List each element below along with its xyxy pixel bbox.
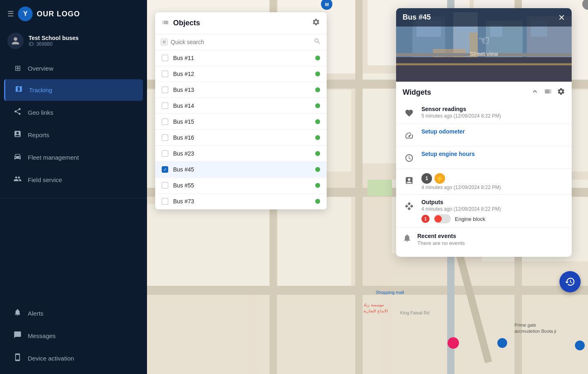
object-status-dot (315, 103, 320, 108)
object-checkbox[interactable] (162, 182, 168, 189)
history-fab-button[interactable] (559, 271, 581, 292)
widgets-settings-icon[interactable] (557, 87, 565, 98)
svg-text:King Faisal Rd: King Faisal Rd (400, 310, 430, 315)
bus-panel-header: Bus #45 ✕ (396, 8, 572, 27)
object-checkbox[interactable] (162, 118, 168, 125)
sidebar-item-fleet-management[interactable]: Fleet management (4, 147, 143, 168)
tracking-icon (14, 85, 23, 95)
svg-rect-26 (368, 180, 392, 196)
toggle-badge: 1 (421, 215, 430, 223)
object-checkbox[interactable] (162, 87, 168, 93)
hamburger-icon[interactable]: ☰ (7, 9, 14, 18)
objects-list-icon[interactable] (162, 19, 169, 28)
widgets-header: Widgets (396, 87, 572, 102)
object-status-dot (315, 56, 320, 60)
reports-icon (13, 130, 22, 140)
object-list-item[interactable]: Bus #14 (155, 98, 327, 114)
object-list-item[interactable]: Bus #45 (155, 162, 327, 178)
object-status-dot (315, 183, 320, 188)
sidebar-bottom: Alerts Messages Device activation (0, 302, 147, 374)
svg-rect-14 (147, 294, 249, 374)
object-checkbox[interactable] (162, 150, 168, 157)
engine-block-label: Engine block (455, 216, 485, 222)
engine-hours-icon (403, 151, 416, 165)
object-list-item[interactable]: Bus #12 (155, 66, 327, 82)
sidebar-item-field-service[interactable]: Field service (4, 169, 143, 191)
objects-gear-icon[interactable] (312, 18, 320, 28)
bus-panel-body: Widgets (396, 82, 572, 257)
sidebar-item-tracking[interactable]: Tracking (4, 79, 143, 101)
badges-widget-icon (403, 174, 416, 187)
svg-text:Shopping mall: Shopping mall (376, 290, 404, 295)
recent-events-section: Recent events There are no events (396, 228, 572, 251)
messages-label: Messages (28, 332, 56, 339)
sensor-icon (403, 107, 416, 120)
object-checkbox[interactable] (162, 198, 168, 205)
badge-number: 1 (421, 173, 432, 184)
badges-time: 4 minutes ago (12/09/2024 8:22 PM) (421, 185, 565, 190)
outputs-time: 4 minutes ago (12/09/2024 8:22 PM) (421, 206, 565, 212)
object-name: Bus #12 (173, 71, 310, 77)
overview-icon: ⊞ (13, 64, 22, 73)
svg-point-37 (448, 337, 459, 349)
object-list-item[interactable]: Bus #15 (155, 114, 327, 130)
widgets-collapse-icon[interactable] (531, 87, 539, 98)
recent-events-icon (403, 234, 412, 245)
search-input[interactable] (171, 39, 310, 45)
svg-text:accmudetion Boota ji: accmudetion Boota ji (514, 329, 556, 334)
recent-events-content: Recent events There are no events (417, 233, 465, 246)
object-name: Bus #15 (173, 118, 310, 125)
object-checkbox[interactable] (162, 55, 168, 61)
outputs-icon (403, 200, 416, 213)
alerts-label: Alerts (28, 310, 43, 317)
object-list-item[interactable]: Bus #16 (155, 130, 327, 146)
object-checkbox[interactable] (162, 134, 168, 141)
objects-title-row: Objects (162, 19, 200, 28)
object-list-item[interactable]: Bus #73 (155, 194, 327, 209)
sidebar-item-overview[interactable]: ⊞ Overview (4, 58, 143, 78)
objects-panel: Objects Bus #11 Bus #12 (155, 12, 327, 209)
search-icon[interactable] (314, 38, 321, 47)
fleet-icon (13, 152, 22, 163)
object-list-item[interactable]: Bus #55 (155, 178, 327, 194)
setup-engine-hours-widget: Setup engine hours (396, 147, 572, 169)
street-view-overlay: ☜ Street view (470, 33, 498, 57)
object-status-dot (315, 151, 320, 156)
object-status-dot (315, 167, 320, 172)
search-all-checkbox[interactable] (161, 39, 167, 45)
setup-odometer-link[interactable]: Setup odometer (421, 128, 565, 135)
object-checkbox[interactable] (162, 102, 168, 109)
object-list-item[interactable]: Bus #13 (155, 82, 327, 98)
object-status-dot (315, 71, 320, 76)
object-list-item[interactable]: Bus #23 (155, 146, 327, 162)
sidebar-item-geo-links[interactable]: Geo links (4, 102, 143, 123)
object-checkbox[interactable] (162, 166, 168, 173)
outputs-widget: Outputs 4 minutes ago (12/09/2024 8:22 P… (396, 195, 572, 228)
svg-rect-11 (278, 196, 351, 286)
object-status-dot (315, 199, 320, 204)
map-area[interactable]: King Faisal Rd موسسة زياد الابداع التجار… (147, 0, 588, 374)
sidebar-item-messages[interactable]: Messages (4, 325, 143, 347)
sidebar-item-reports[interactable]: Reports (4, 124, 143, 146)
sidebar-item-label: Overview (28, 65, 53, 72)
sensor-readings-content: Sensor readings 5 minutes ago (12/09/202… (421, 106, 565, 119)
output-toggle-row: 1 Engine block (421, 214, 565, 223)
objects-title: Objects (173, 19, 200, 27)
badges-content: 1 ⚡ 4 minutes ago (12/09/2024 8:22 PM) (421, 173, 565, 190)
setup-engine-hours-content: Setup engine hours (421, 151, 565, 158)
sidebar-item-alerts[interactable]: Alerts (4, 303, 143, 324)
bus-street-view: Bus #45 ✕ ☜ Street view (396, 8, 572, 82)
setup-engine-hours-link[interactable]: Setup engine hours (421, 151, 565, 157)
object-checkbox[interactable] (162, 71, 168, 77)
widgets-list-icon[interactable] (544, 87, 552, 98)
sidebar-item-device-activation[interactable]: Device activation (4, 347, 143, 369)
reports-label: Reports (28, 131, 49, 138)
object-list-item[interactable]: Bus #11 (155, 50, 327, 66)
close-button[interactable]: ✕ (558, 13, 565, 22)
tracking-label: Tracking (29, 87, 52, 94)
setup-odometer-content: Setup odometer (421, 128, 565, 136)
outputs-name: Outputs (421, 199, 565, 205)
engine-block-toggle[interactable] (434, 214, 451, 223)
street-view-icon: ☜ (478, 33, 490, 48)
alerts-icon (13, 308, 22, 318)
